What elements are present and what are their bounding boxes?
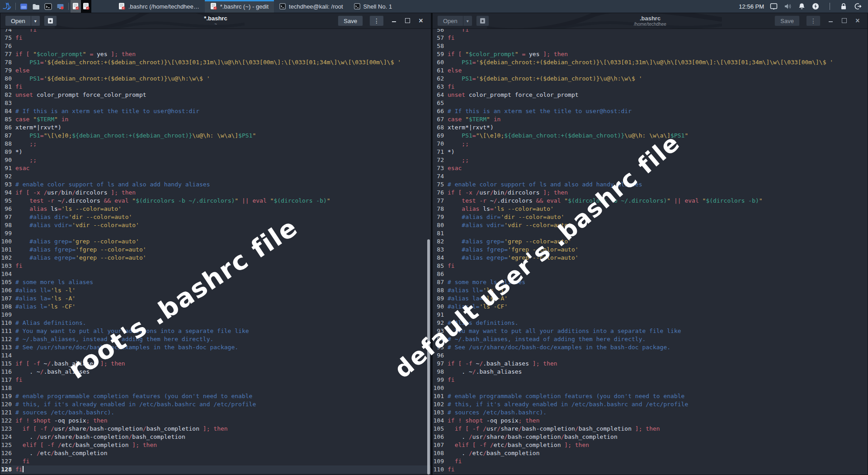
code-line: 126 . /etc/bash_completion: [0, 449, 431, 457]
line-content: alias ls='ls --color=auto': [448, 205, 554, 213]
line-number: 88: [0, 140, 12, 148]
line-content: . ~/.bash_aliases: [448, 368, 522, 376]
taskbar-window-button[interactable]: Shell No. 1: [349, 0, 398, 13]
code-line: 96 alias ls='ls --color=auto': [0, 205, 431, 213]
line-number: 96: [433, 352, 444, 360]
tray-display[interactable]: [769, 1, 778, 11]
code-line: 96: [433, 352, 868, 360]
code-line: 110# Alias definitions.: [0, 319, 431, 327]
screen-recorder-icon[interactable]: [54, 0, 66, 13]
line-content: # enable color support of ls and also ad…: [448, 180, 642, 189]
code-line: 84# If this is an xterm set the title to…: [0, 107, 431, 115]
line-number: 110: [433, 466, 444, 474]
line-number: 108: [0, 303, 12, 311]
save-button[interactable]: Save: [774, 15, 800, 26]
vertical-scrollbar-thumb[interactable]: [427, 239, 430, 475]
code-line: 95# See /usr/share/doc/bash-doc/examples…: [433, 343, 868, 352]
code-line: 103# sources /etc/bash.bashrc).: [433, 408, 868, 417]
line-number: 114: [0, 352, 12, 360]
code-line: 118: [0, 384, 431, 392]
code-line: 86xterm*|rxvt*): [0, 124, 431, 132]
file-manager-icon[interactable]: [18, 0, 30, 13]
maximize-button[interactable]: [840, 18, 848, 24]
new-document-button[interactable]: [476, 15, 489, 26]
line-number: 100: [0, 238, 12, 246]
line-number: 82: [433, 238, 444, 246]
open-dropdown-arrow[interactable]: ▾: [463, 15, 472, 26]
hamburger-menu-button[interactable]: ⋮: [806, 15, 821, 26]
line-content: # sources /etc/bash.bashrc).: [448, 408, 547, 417]
code-line: 112# ~/.bash_aliases, instead of adding …: [0, 335, 431, 343]
code-line: 68xterm*|rxvt*): [433, 124, 868, 132]
line-number: 122: [0, 417, 12, 425]
tray-lock[interactable]: [839, 1, 849, 11]
tray-power-manager[interactable]: [811, 1, 821, 11]
close-button[interactable]: ×: [417, 17, 425, 25]
editor-text-area[interactable]: 56 fi57fi5859if [ "$color_prompt" = yes …: [433, 26, 868, 474]
maximize-button[interactable]: [404, 18, 411, 24]
open-button[interactable]: Open: [5, 15, 31, 26]
clock[interactable]: 12:56 PM: [734, 0, 769, 13]
line-number: 121: [0, 408, 12, 417]
editor-text-area[interactable]: 74 fi75fi7677if [ "$color_prompt" = yes …: [0, 26, 431, 474]
system-tray: [769, 0, 868, 13]
line-number: 91: [433, 311, 444, 319]
line-content: # You may want to put all your additions…: [15, 327, 249, 335]
tray-notifications[interactable]: [797, 1, 807, 11]
dock-gedit-window-button[interactable]: [81, 0, 91, 13]
minimize-button[interactable]: [390, 18, 397, 24]
new-document-button[interactable]: [44, 15, 57, 26]
close-button[interactable]: ×: [854, 17, 861, 25]
line-number: 86: [433, 270, 444, 278]
line-content: if [ -x /usr/bin/dircolors ]; then: [15, 189, 136, 197]
line-number: 83: [433, 246, 444, 254]
code-line: 111# You may want to put all your additi…: [0, 327, 431, 335]
line-number: 78: [0, 58, 12, 66]
code-line: 78 alias ls='ls --color=auto': [433, 205, 868, 213]
code-line: 79 #alias dir='dir --color=auto': [433, 213, 868, 221]
terminal-launcher-icon[interactable]: [42, 0, 54, 13]
header-art: [487, 13, 722, 29]
dock-gedit-window-button[interactable]: [71, 0, 81, 13]
code-line: 108#alias l='ls -CF': [0, 303, 431, 311]
line-content: case "$TERM" in: [15, 115, 68, 124]
line-content: # ~/.bash_aliases, instead of adding the…: [448, 335, 646, 343]
code-line: 121# sources /etc/bash.bashrc).: [0, 408, 431, 417]
save-button[interactable]: Save: [338, 15, 363, 26]
kali-menu-icon[interactable]: [0, 0, 14, 13]
line-content: # If this is an xterm set the title to u…: [448, 107, 632, 115]
line-content: test -r ~/.dircolors && eval "$(dircolor…: [15, 197, 330, 205]
line-number: 123: [0, 425, 12, 433]
line-content: fi: [448, 457, 462, 466]
line-content: #alias fgrep='fgrep --color=auto': [448, 246, 579, 254]
line-content: fi: [448, 376, 455, 384]
code-line: 77if [ "$color_prompt" = yes ]; then: [0, 50, 431, 58]
line-number: 57: [433, 34, 444, 42]
line-content: unset color_prompt force_color_prompt: [15, 91, 146, 99]
line-number: 105: [433, 425, 444, 433]
taskbar-window-button[interactable]: *.bashrc (~) - gedit: [205, 0, 274, 13]
line-content: # Alias definitions.: [15, 319, 86, 327]
taskbar-window-button[interactable]: .bashrc (/home/techdhee…: [113, 0, 205, 13]
line-number: 78: [433, 205, 444, 213]
line-number: 98: [0, 221, 12, 229]
line-number: 99: [433, 376, 444, 384]
line-content: . /usr/share/bash-completion/bash_comple…: [15, 433, 185, 441]
line-number: 120: [0, 400, 12, 408]
line-number: 118: [0, 384, 12, 392]
tray-volume[interactable]: [783, 1, 793, 11]
folder-icon[interactable]: [30, 0, 42, 13]
open-button[interactable]: Open: [437, 15, 463, 26]
line-content: #alias la='ls -A': [15, 294, 75, 303]
code-line: 58: [433, 42, 868, 50]
code-line: 89#alias la='ls -A': [433, 294, 868, 303]
line-number: 109: [0, 311, 12, 319]
line-number: 97: [0, 213, 12, 221]
code-line: 79else: [0, 66, 431, 75]
open-dropdown-arrow[interactable]: ▾: [31, 15, 40, 26]
taskbar-window-button[interactable]: techdhee@kali: /root: [274, 0, 348, 13]
tray-logout[interactable]: [853, 1, 863, 11]
code-line: 81: [433, 229, 868, 238]
hamburger-menu-button[interactable]: ⋮: [369, 15, 384, 26]
minimize-button[interactable]: [827, 18, 834, 24]
